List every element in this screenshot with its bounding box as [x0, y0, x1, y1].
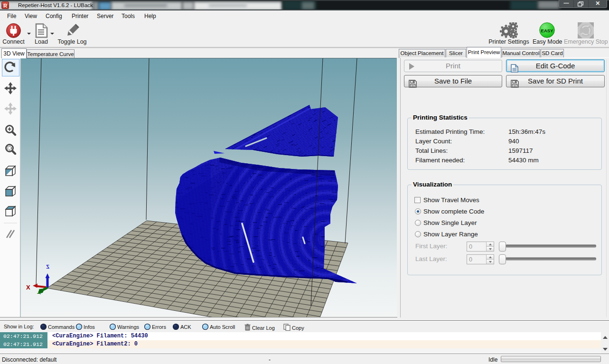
svg-text:R: R [3, 3, 7, 9]
svg-text:Z: Z [46, 264, 49, 270]
svg-text:X: X [26, 284, 30, 291]
svg-text:EASY: EASY [541, 28, 553, 33]
